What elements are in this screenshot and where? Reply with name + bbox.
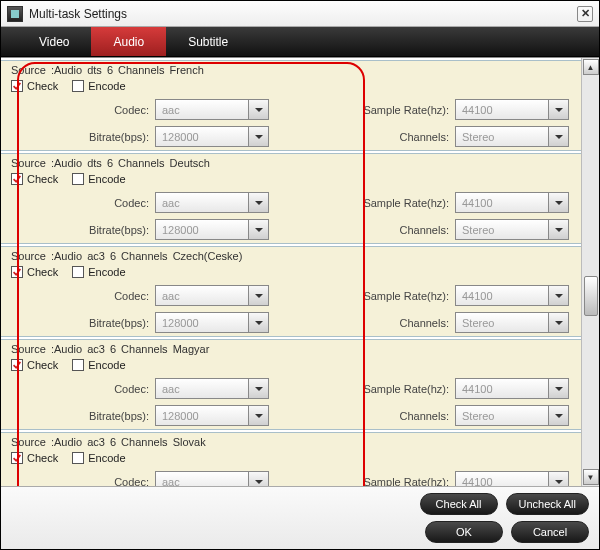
channels-label: Channels: bbox=[305, 317, 455, 329]
codec-select[interactable]: aac bbox=[155, 378, 269, 399]
check-label: Check bbox=[27, 266, 58, 278]
codec-select[interactable]: aac bbox=[155, 99, 269, 120]
codec-label: Codec: bbox=[5, 197, 155, 209]
check-checkbox[interactable]: Check bbox=[11, 266, 58, 278]
scroll-down-button[interactable]: ▼ bbox=[583, 469, 599, 485]
chevron-down-icon bbox=[248, 472, 268, 486]
app-icon bbox=[7, 6, 23, 22]
scrollbar[interactable]: ▲ ▼ bbox=[581, 58, 599, 486]
encode-checkbox[interactable]: Encode bbox=[72, 359, 125, 371]
content-area: Source :Audio dts 6 Channels French Chec… bbox=[1, 57, 599, 486]
check-checkbox[interactable]: Check bbox=[11, 173, 58, 185]
encode-label: Encode bbox=[88, 359, 125, 371]
ok-button[interactable]: OK bbox=[425, 521, 503, 543]
samplerate-label: Sample Rate(hz): bbox=[305, 290, 455, 302]
bitrate-label: Bitrate(bps): bbox=[5, 224, 155, 236]
checkbox-icon bbox=[72, 173, 84, 185]
channels-select[interactable]: Stereo bbox=[455, 312, 569, 333]
encode-label: Encode bbox=[88, 80, 125, 92]
checkbox-icon bbox=[11, 359, 23, 371]
samplerate-label: Sample Rate(hz): bbox=[305, 476, 455, 487]
chevron-down-icon bbox=[248, 313, 268, 332]
chevron-down-icon bbox=[548, 220, 568, 239]
samplerate-select[interactable]: 44100 bbox=[455, 471, 569, 486]
cancel-button[interactable]: Cancel bbox=[511, 521, 589, 543]
check-label: Check bbox=[27, 359, 58, 371]
tab-video[interactable]: Video bbox=[17, 27, 91, 56]
scroll-thumb[interactable] bbox=[584, 276, 598, 316]
samplerate-label: Sample Rate(hz): bbox=[305, 197, 455, 209]
samplerate-select[interactable]: 44100 bbox=[455, 378, 569, 399]
tab-audio[interactable]: Audio bbox=[91, 27, 166, 56]
bitrate-select[interactable]: 128000 bbox=[155, 219, 269, 240]
samplerate-label: Sample Rate(hz): bbox=[305, 383, 455, 395]
footer: Check All Uncheck All OK Cancel bbox=[1, 486, 599, 549]
settings-window: Multi-task Settings ✕ Video Audio Subtit… bbox=[0, 0, 600, 550]
bitrate-label: Bitrate(bps): bbox=[5, 317, 155, 329]
chevron-down-icon bbox=[548, 472, 568, 486]
check-checkbox[interactable]: Check bbox=[11, 359, 58, 371]
samplerate-label: Sample Rate(hz): bbox=[305, 104, 455, 116]
uncheck-all-button[interactable]: Uncheck All bbox=[506, 493, 589, 515]
chevron-down-icon bbox=[248, 286, 268, 305]
source-label: Source :Audio ac3 6 Channels Czech(Ceske… bbox=[1, 247, 581, 264]
samplerate-select[interactable]: 44100 bbox=[455, 192, 569, 213]
audio-track: Source :Audio ac3 6 Channels Czech(Ceske… bbox=[1, 246, 581, 337]
check-all-button[interactable]: Check All bbox=[420, 493, 498, 515]
codec-label: Codec: bbox=[5, 104, 155, 116]
checkbox-icon bbox=[11, 80, 23, 92]
source-label: Source :Audio dts 6 Channels Deutsch bbox=[1, 154, 581, 171]
scroll-up-button[interactable]: ▲ bbox=[583, 59, 599, 75]
chevron-down-icon bbox=[248, 100, 268, 119]
samplerate-select[interactable]: 44100 bbox=[455, 285, 569, 306]
bitrate-select[interactable]: 128000 bbox=[155, 312, 269, 333]
encode-label: Encode bbox=[88, 173, 125, 185]
chevron-down-icon bbox=[548, 379, 568, 398]
check-checkbox[interactable]: Check bbox=[11, 452, 58, 464]
channels-select[interactable]: Stereo bbox=[455, 405, 569, 426]
check-checkbox[interactable]: Check bbox=[11, 80, 58, 92]
checkbox-icon bbox=[72, 266, 84, 278]
channels-label: Channels: bbox=[305, 410, 455, 422]
audio-track: Source :Audio ac3 6 Channels Magyar Chec… bbox=[1, 339, 581, 430]
checkbox-icon bbox=[11, 266, 23, 278]
track-list: Source :Audio dts 6 Channels French Chec… bbox=[1, 58, 581, 486]
source-label: Source :Audio dts 6 Channels French bbox=[1, 61, 581, 78]
audio-track: Source :Audio ac3 6 Channels Slovak Chec… bbox=[1, 432, 581, 486]
codec-label: Codec: bbox=[5, 383, 155, 395]
encode-checkbox[interactable]: Encode bbox=[72, 173, 125, 185]
checkbox-icon bbox=[72, 452, 84, 464]
codec-label: Codec: bbox=[5, 290, 155, 302]
codec-select[interactable]: aac bbox=[155, 192, 269, 213]
chevron-down-icon bbox=[548, 100, 568, 119]
chevron-down-icon bbox=[548, 286, 568, 305]
codec-select[interactable]: aac bbox=[155, 285, 269, 306]
encode-label: Encode bbox=[88, 266, 125, 278]
codec-label: Codec: bbox=[5, 476, 155, 487]
codec-select[interactable]: aac bbox=[155, 471, 269, 486]
encode-checkbox[interactable]: Encode bbox=[72, 452, 125, 464]
window-title: Multi-task Settings bbox=[29, 7, 577, 21]
chevron-down-icon bbox=[548, 313, 568, 332]
channels-label: Channels: bbox=[305, 224, 455, 236]
channels-label: Channels: bbox=[305, 131, 455, 143]
channels-select[interactable]: Stereo bbox=[455, 126, 569, 147]
bitrate-select[interactable]: 128000 bbox=[155, 405, 269, 426]
bitrate-select[interactable]: 128000 bbox=[155, 126, 269, 147]
channels-select[interactable]: Stereo bbox=[455, 219, 569, 240]
encode-label: Encode bbox=[88, 452, 125, 464]
close-button[interactable]: ✕ bbox=[577, 6, 593, 22]
checkbox-icon bbox=[11, 173, 23, 185]
chevron-down-icon bbox=[248, 127, 268, 146]
encode-checkbox[interactable]: Encode bbox=[72, 80, 125, 92]
encode-checkbox[interactable]: Encode bbox=[72, 266, 125, 278]
audio-track: Source :Audio dts 6 Channels French Chec… bbox=[1, 60, 581, 151]
close-icon: ✕ bbox=[581, 7, 590, 20]
source-label: Source :Audio ac3 6 Channels Magyar bbox=[1, 340, 581, 357]
tab-subtitle[interactable]: Subtitle bbox=[166, 27, 250, 56]
tab-bar: Video Audio Subtitle bbox=[1, 27, 599, 57]
samplerate-select[interactable]: 44100 bbox=[455, 99, 569, 120]
chevron-down-icon bbox=[248, 220, 268, 239]
checkbox-icon bbox=[72, 359, 84, 371]
titlebar: Multi-task Settings ✕ bbox=[1, 1, 599, 27]
